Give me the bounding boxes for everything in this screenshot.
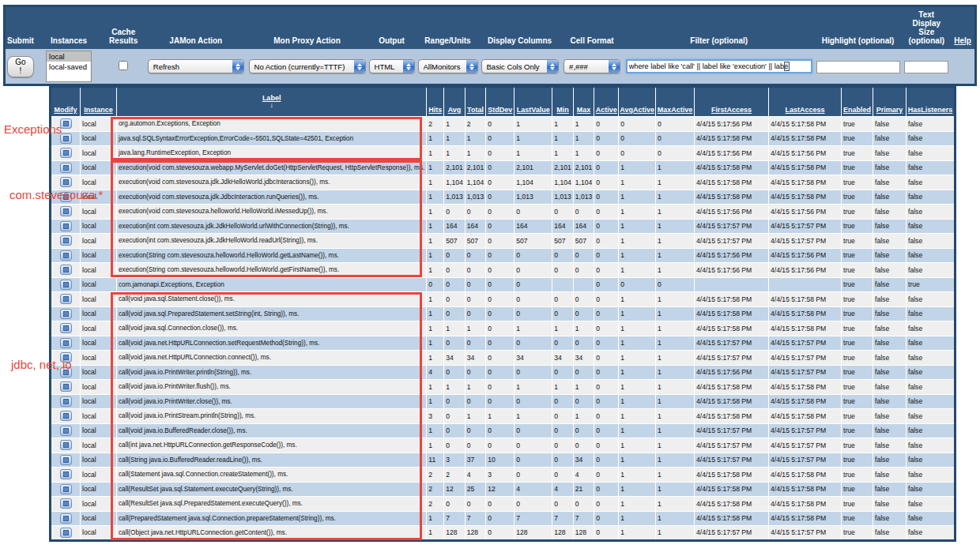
modify-button[interactable] — [60, 352, 72, 363]
cell-primary: false — [873, 497, 906, 512]
column-header-lastaccess[interactable]: LastAccess — [769, 87, 842, 117]
column-header-avgactive[interactable]: AvgActive — [619, 87, 656, 117]
filter-input[interactable]: where label like 'call' || label like 'e… — [626, 59, 812, 73]
sort-link-active[interactable]: Active — [596, 106, 617, 114]
cache-results-checkbox[interactable] — [119, 61, 128, 70]
sort-link-min[interactable]: Min — [556, 106, 569, 114]
range-units-select[interactable]: AllMonitors — [418, 59, 478, 73]
sort-link-stddev[interactable]: StdDev — [488, 106, 512, 114]
column-header-avg[interactable]: Avg — [444, 87, 466, 117]
column-header-enabled[interactable]: Enabled — [842, 87, 873, 117]
cell-enabled: true — [842, 453, 873, 468]
modify-button[interactable] — [60, 265, 72, 275]
column-header-modify[interactable]: Modify — [51, 87, 81, 117]
go-button[interactable]: Go ! — [7, 56, 34, 77]
sort-link-haslisteners[interactable]: HasListeners — [908, 106, 953, 114]
sort-link-maxactive[interactable]: MaxActive — [658, 106, 693, 114]
help-link[interactable]: Help — [954, 36, 971, 45]
column-header-label[interactable]: Label↓ — [117, 87, 427, 117]
column-header-max[interactable]: Max — [573, 87, 594, 117]
column-header-hits[interactable]: Hits — [427, 87, 444, 117]
sort-link-max[interactable]: Max — [577, 106, 591, 114]
jamon-action-select[interactable]: Refresh — [148, 59, 244, 73]
sort-link-firstaccess[interactable]: FirstAccess — [711, 106, 752, 114]
modify-button[interactable] — [60, 163, 72, 173]
modify-button[interactable] — [60, 498, 72, 509]
cell-avgactive: 1 — [619, 423, 656, 438]
column-header-stddev[interactable]: StdDev — [486, 87, 514, 117]
cell-lastaccess: 4/4/15 5:17:58 PM — [769, 117, 842, 132]
modify-button[interactable] — [60, 381, 72, 392]
cell-primary: false — [873, 351, 906, 366]
sort-link-lastaccess[interactable]: LastAccess — [785, 106, 824, 114]
cell-min: 0 — [552, 336, 574, 351]
sort-link-total[interactable]: Total — [467, 106, 484, 114]
mon-proxy-action-select[interactable]: No Action (currently=TTTF) — [249, 59, 366, 73]
cell-stddev: 0 — [486, 423, 514, 438]
sort-link-modify[interactable]: Modify — [55, 106, 77, 114]
modify-button[interactable] — [60, 528, 72, 538]
sort-link-primary[interactable]: Primary — [876, 106, 903, 114]
modify-button[interactable] — [60, 513, 72, 524]
modify-button[interactable] — [60, 280, 72, 290]
column-header-active[interactable]: Active — [594, 87, 619, 117]
column-header-total[interactable]: Total — [465, 87, 486, 117]
column-header-haslisteners[interactable]: HasListeners — [906, 87, 956, 117]
instances-listbox[interactable]: local local-saved — [46, 51, 92, 82]
sort-link-instance[interactable]: Instance — [84, 106, 113, 114]
column-header-firstaccess[interactable]: FirstAccess — [695, 87, 769, 117]
modify-button[interactable] — [60, 484, 72, 494]
modify-button[interactable] — [60, 148, 72, 158]
sort-link-avgactive[interactable]: AvgActive — [620, 106, 654, 114]
modify-button[interactable] — [60, 235, 72, 246]
modify-button[interactable] — [60, 192, 72, 202]
modify-button[interactable] — [60, 426, 72, 436]
sort-link-avg[interactable]: Avg — [448, 106, 462, 114]
cell-maxactive: 1 — [656, 394, 695, 409]
modify-button[interactable] — [60, 294, 72, 304]
cell-min: 0 — [552, 248, 574, 263]
column-header-lastvalue[interactable]: LastValue — [514, 87, 552, 117]
column-header-primary[interactable]: Primary — [873, 87, 906, 117]
modify-button[interactable] — [60, 455, 72, 465]
sort-link-enabled[interactable]: Enabled — [843, 106, 871, 114]
sort-link-lastvalue[interactable]: LastValue — [517, 106, 550, 114]
modify-button[interactable] — [60, 396, 72, 407]
column-header-maxactive[interactable]: MaxActive — [656, 87, 695, 117]
cell-firstaccess: 4/4/15 5:17:58 PM — [695, 511, 769, 526]
column-header-min[interactable]: Min — [552, 87, 574, 117]
cell-format-select[interactable]: #,### — [564, 59, 620, 73]
highlight-input[interactable] — [816, 61, 900, 73]
cell-maxactive: 1 — [656, 336, 695, 351]
modify-button[interactable] — [60, 133, 72, 144]
modify-button[interactable] — [60, 469, 72, 479]
modify-button[interactable] — [60, 367, 72, 378]
modify-button[interactable] — [60, 177, 72, 187]
sort-link-hits[interactable]: Hits — [428, 106, 442, 114]
cell-min: 1 — [552, 321, 574, 336]
output-select[interactable]: HTML — [369, 59, 415, 73]
cell-enabled: true — [842, 380, 873, 395]
modify-button[interactable] — [60, 309, 72, 319]
instances-option-local[interactable]: local — [47, 51, 91, 62]
modify-button[interactable] — [60, 338, 72, 348]
modify-button[interactable] — [60, 118, 72, 129]
cell-instance: local — [81, 219, 117, 234]
text-display-size-input[interactable] — [904, 61, 948, 73]
modify-button[interactable] — [60, 221, 72, 231]
display-columns-select[interactable]: Basic Cols Only — [481, 59, 559, 73]
cell-total: 0 — [465, 365, 486, 380]
instances-option-local-saved[interactable]: local-saved — [47, 62, 91, 72]
modify-button[interactable] — [60, 411, 72, 421]
monitor-row: localcall(Object java.net.HttpURLConnect… — [51, 526, 956, 541]
cell-haslisteners: false — [906, 263, 956, 278]
cell-min: 0 — [552, 409, 574, 424]
cell-instance: local — [81, 453, 117, 468]
cell-lastaccess: 4/4/15 5:17:58 PM — [769, 190, 842, 205]
column-header-instance[interactable]: Instance — [81, 87, 117, 117]
cell-hits: 0 — [427, 277, 444, 292]
modify-button[interactable] — [60, 440, 72, 450]
modify-button[interactable] — [60, 323, 72, 333]
modify-button[interactable] — [60, 206, 72, 216]
modify-button[interactable] — [60, 250, 72, 261]
